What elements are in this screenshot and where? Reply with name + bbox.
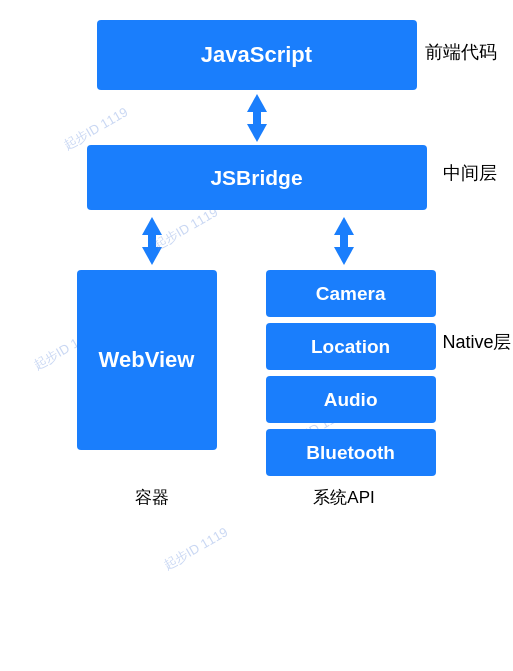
svg-marker-5 — [142, 247, 162, 265]
diagram-container: 起步ID 1119 起步ID 1119 起步ID 1119 起步ID 1119 … — [0, 0, 513, 671]
svg-rect-4 — [148, 233, 156, 249]
side-label-native: Native层 — [442, 330, 511, 354]
arrow-jsbridge-native — [324, 213, 364, 268]
jsbridge-box: JSBridge — [87, 145, 427, 210]
bluetooth-box: Bluetooth — [266, 429, 436, 476]
bottom-section: WebView Camera Location Audio Bluetooth … — [77, 270, 437, 476]
label-container: 容器 — [77, 486, 227, 509]
bottom-arrows-row — [77, 210, 437, 270]
double-arrow-up-down — [237, 90, 277, 145]
camera-box: Camera — [266, 270, 436, 317]
label-system-api: 系统API — [252, 486, 437, 509]
location-box: Location — [266, 323, 436, 370]
svg-marker-0 — [247, 94, 267, 112]
svg-marker-6 — [334, 217, 354, 235]
svg-marker-8 — [334, 247, 354, 265]
svg-marker-3 — [142, 217, 162, 235]
arrow-jsbridge-webview — [132, 213, 172, 268]
arrow-js-jsbridge — [237, 90, 277, 145]
watermark-5: 起步ID 1119 — [160, 523, 231, 574]
side-label-frontend: 前端代码 — [425, 40, 497, 64]
webview-column: WebView — [77, 270, 217, 450]
audio-box: Audio — [266, 376, 436, 423]
native-api-column: Camera Location Audio Bluetooth — [265, 270, 437, 476]
bottom-labels: 容器 系统API — [77, 486, 437, 509]
side-label-middle: 中间层 — [443, 161, 497, 185]
webview-box: WebView — [77, 270, 217, 450]
svg-rect-1 — [253, 110, 261, 126]
javascript-box: JavaScript — [97, 20, 417, 90]
svg-marker-2 — [247, 124, 267, 142]
svg-rect-7 — [340, 233, 348, 249]
